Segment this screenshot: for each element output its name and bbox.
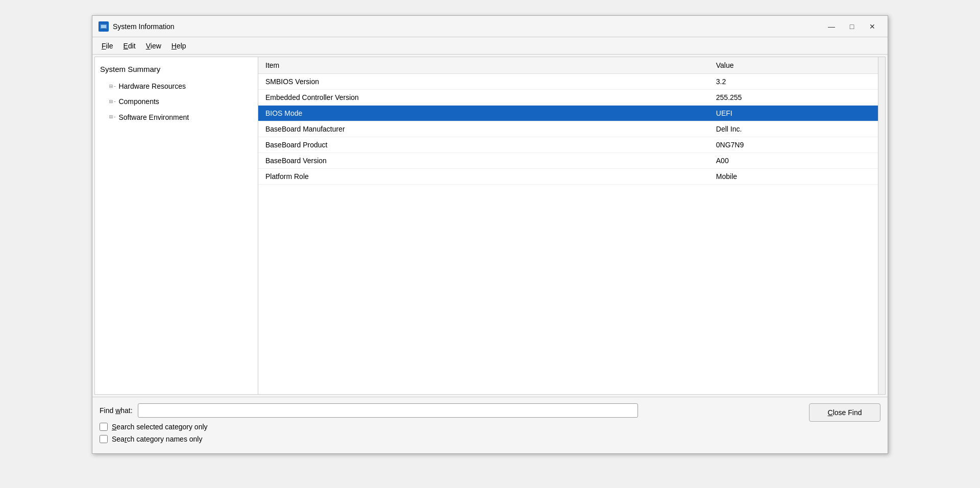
close-find-button[interactable]: Close Find — [809, 403, 880, 422]
search-names-label: Search category names only — [112, 435, 202, 443]
menu-help[interactable]: Help — [166, 40, 191, 52]
menu-edit-label: Edit — [124, 42, 136, 50]
minimize-button[interactable]: — — [822, 19, 841, 34]
table-cell-value: 3.2 — [709, 74, 885, 90]
svg-rect-2 — [102, 29, 105, 29]
tree-panel: System Summary ⊞- Hardware Resources ⊞- … — [95, 57, 258, 394]
find-row: Find what: — [100, 403, 809, 418]
table-cell-value: UEFI — [709, 106, 885, 121]
table-row[interactable]: BaseBoard VersionA00 — [258, 153, 885, 169]
tree-hardware-label: Hardware Resources — [118, 81, 186, 92]
tree-components-label: Components — [118, 96, 159, 107]
app-icon — [99, 21, 109, 32]
search-selected-row: Search selected category only — [100, 423, 809, 431]
menu-bar: File Edit View Help — [92, 37, 888, 55]
table-cell-value: 0NG7N9 — [709, 137, 885, 153]
svg-rect-1 — [101, 25, 106, 28]
table-cell-value: A00 — [709, 153, 885, 169]
table-cell-item: BaseBoard Version — [258, 153, 709, 169]
table-row[interactable]: Embedded Controller Version255.255 — [258, 90, 885, 106]
menu-help-label: Help — [172, 42, 186, 50]
main-content: System Summary ⊞- Hardware Resources ⊞- … — [94, 57, 886, 395]
col-header-value: Value — [709, 57, 885, 74]
tree-dashes-1: ⊞- — [109, 82, 116, 91]
bottom-layout: Find what: Search selected category only… — [100, 403, 880, 447]
menu-edit[interactable]: Edit — [118, 40, 141, 52]
window-title: System Information — [113, 22, 822, 31]
table-cell-item: Embedded Controller Version — [258, 90, 709, 106]
tree-item-components[interactable]: ⊞- Components — [97, 94, 256, 109]
table-cell-item: BIOS Mode — [258, 106, 709, 121]
menu-file-label: File — [102, 42, 113, 50]
tree-root-system-summary[interactable]: System Summary — [97, 60, 256, 79]
table-cell-value: Mobile — [709, 169, 885, 185]
table-row[interactable]: BaseBoard ManufacturerDell Inc. — [258, 121, 885, 137]
tree-item-hardware-resources[interactable]: ⊞- Hardware Resources — [97, 79, 256, 94]
table-cell-item: SMBIOS Version — [258, 74, 709, 90]
maximize-button[interactable]: □ — [843, 19, 861, 34]
table-panel: Item Value SMBIOS Version3.2Embedded Con… — [258, 57, 885, 394]
col-header-item: Item — [258, 57, 709, 74]
menu-view[interactable]: View — [141, 40, 166, 52]
table-cell-item: Platform Role — [258, 169, 709, 185]
table-cell-item: BaseBoard Product — [258, 137, 709, 153]
table-cell-value: Dell Inc. — [709, 121, 885, 137]
tree-dashes-3: ⊞- — [109, 112, 116, 122]
find-input[interactable] — [138, 403, 638, 418]
scrollbar[interactable] — [878, 57, 885, 394]
tree-item-software-environment[interactable]: ⊞- Software Environment — [97, 110, 256, 125]
tree-root-label: System Summary — [100, 63, 160, 75]
table-row[interactable]: SMBIOS Version3.2 — [258, 74, 885, 90]
find-label: Find what: — [100, 406, 133, 415]
table-cell-value: 255.255 — [709, 90, 885, 106]
tree-software-label: Software Environment — [118, 112, 189, 123]
menu-view-label: View — [146, 42, 161, 50]
table-row[interactable]: BIOS ModeUEFI — [258, 106, 885, 121]
search-selected-checkbox[interactable] — [100, 423, 108, 431]
svg-rect-3 — [101, 29, 106, 30]
table-row[interactable]: Platform RoleMobile — [258, 169, 885, 185]
bottom-bar: Find what: Search selected category only… — [92, 397, 888, 453]
bottom-left: Find what: Search selected category only… — [100, 403, 809, 447]
close-find-label: Close Find — [828, 408, 862, 417]
bottom-right: Find Close Find — [809, 403, 880, 447]
table-row[interactable]: BaseBoard Product0NG7N9 — [258, 137, 885, 153]
search-names-row: Search category names only — [100, 435, 809, 443]
menu-file[interactable]: File — [96, 40, 118, 52]
search-selected-label: Search selected category only — [112, 423, 208, 431]
close-button[interactable]: ✕ — [863, 19, 881, 34]
tree-dashes-2: ⊞- — [109, 97, 116, 107]
info-table: Item Value SMBIOS Version3.2Embedded Con… — [258, 57, 885, 185]
title-bar: System Information — □ ✕ — [92, 16, 888, 37]
search-names-checkbox[interactable] — [100, 435, 108, 443]
table-cell-item: BaseBoard Manufacturer — [258, 121, 709, 137]
window-controls: — □ ✕ — [822, 19, 881, 34]
